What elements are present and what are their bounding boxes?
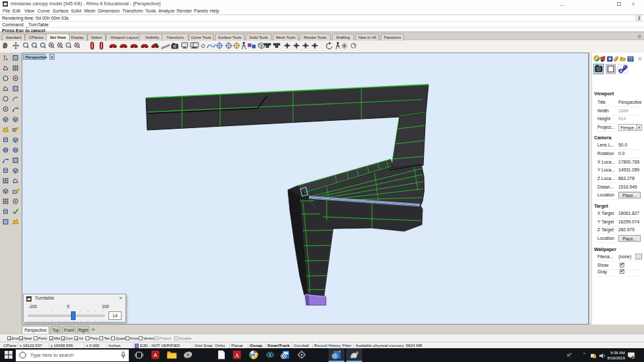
svg-text:6: 6: [356, 351, 359, 355]
svg-text:!: !: [594, 355, 595, 359]
svg-text:A: A: [235, 352, 239, 359]
svg-text:A: A: [154, 352, 158, 358]
